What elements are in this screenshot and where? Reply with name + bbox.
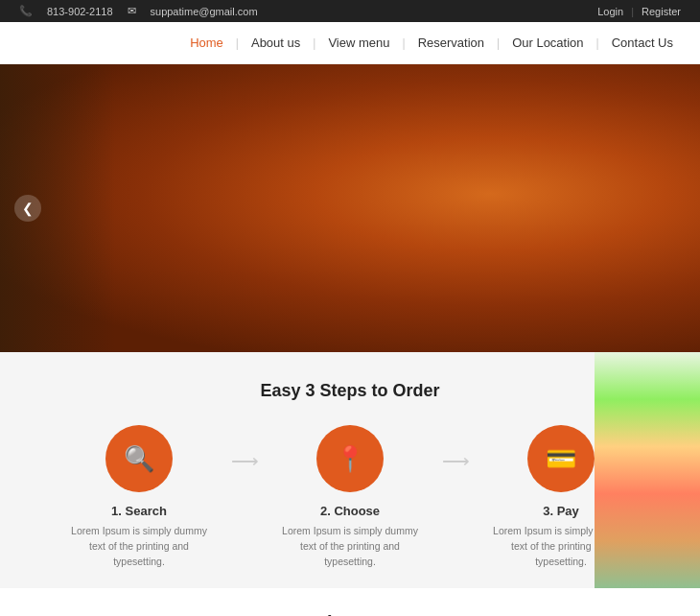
- email-icon: [128, 5, 136, 17]
- phone-number: 813-902-2118: [47, 6, 113, 17]
- step-search-number: 1. Search: [111, 504, 167, 518]
- steps-food-right: [595, 352, 700, 588]
- nav-links: Home | About us | View menu | Reservatio…: [182, 32, 681, 54]
- menu-title: Main Menu: [19, 612, 681, 616]
- step-search-icon: 🔍: [105, 425, 173, 492]
- topbar-auth: Login | Register: [597, 6, 681, 17]
- email-address: suppatime@gmail.com: [151, 6, 258, 17]
- food-decoration: [595, 352, 700, 588]
- nav-home[interactable]: Home: [182, 32, 231, 54]
- step-choose-number: 2. Choose: [320, 504, 380, 518]
- step-pay-number: 3. Pay: [543, 504, 579, 518]
- nav-reservation[interactable]: Reservation: [410, 32, 492, 54]
- hero-image: ❮: [0, 64, 700, 352]
- phone-icon: [19, 5, 33, 17]
- step-search: 🔍 1. Search Lorem Ipsum is simply dummy …: [58, 425, 221, 569]
- arrow-2: ⟶: [432, 425, 479, 472]
- nav-location[interactable]: Our Location: [504, 32, 591, 54]
- menu-section: Main Menu: [0, 588, 700, 616]
- nav-about[interactable]: About us: [244, 32, 308, 54]
- topbar: 813-902-2118 suppatime@gmail.com Login |…: [0, 0, 700, 22]
- steps-section: Easy 3 Steps to Order 🔍 1. Search Lorem …: [0, 352, 700, 588]
- step-choose: 📍 2. Choose Lorem Ipsum is simply dummy …: [268, 425, 432, 569]
- step-search-desc: Lorem Ipsum is simply dummy text of the …: [62, 524, 216, 569]
- topbar-contact: 813-902-2118 suppatime@gmail.com: [19, 5, 258, 17]
- nav-viewmenu[interactable]: View menu: [320, 32, 397, 54]
- navbar: Home | About us | View menu | Reservatio…: [0, 22, 700, 64]
- arrow-1: ⟶: [221, 425, 268, 472]
- register-link[interactable]: Register: [642, 6, 681, 17]
- hero-banner: ❮: [0, 64, 700, 352]
- step-choose-icon: 📍: [316, 425, 384, 492]
- hero-prev-arrow[interactable]: ❮: [14, 195, 41, 222]
- step-pay-icon: 💳: [527, 425, 595, 492]
- login-link[interactable]: Login: [597, 6, 623, 17]
- auth-separator: |: [631, 6, 634, 17]
- nav-contact[interactable]: Contact Us: [604, 32, 681, 54]
- step-choose-desc: Lorem Ipsum is simply dummy text of the …: [273, 524, 427, 569]
